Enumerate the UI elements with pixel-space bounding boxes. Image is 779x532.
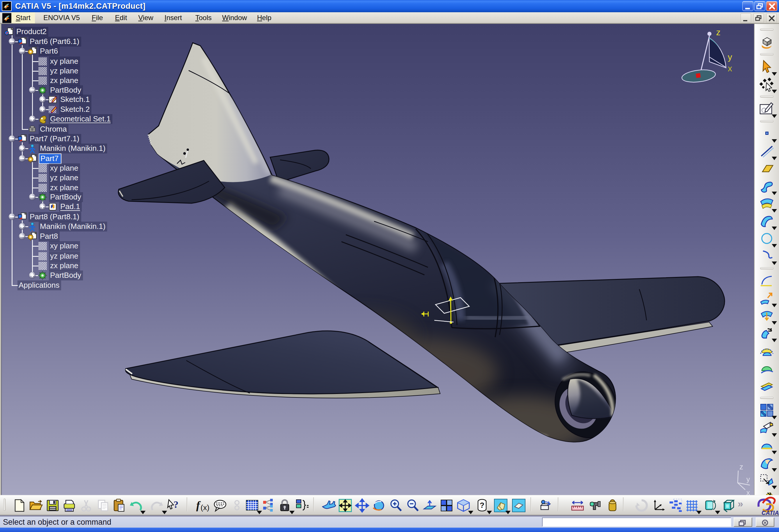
tree-minus-knob[interactable] <box>29 194 36 200</box>
plane-tool-icon[interactable] <box>758 160 776 177</box>
tree-item-part7[interactable]: Part7 <box>28 154 61 164</box>
menu-help[interactable]: Help <box>253 12 276 23</box>
point-icon[interactable] <box>758 125 776 142</box>
tree-item-yz-plane[interactable]: yz plane <box>38 173 80 183</box>
paste-icon[interactable] <box>112 498 127 513</box>
tree-item-manikin-manikin-1-[interactable]: Manikin (Manikin.1) <box>28 143 107 154</box>
tree-item-partbody[interactable]: PartBody <box>38 271 83 280</box>
flyout-arrow-icon[interactable] <box>772 114 777 118</box>
measure-ruler-icon[interactable] <box>570 498 585 513</box>
tree-minus-knob[interactable] <box>9 38 15 45</box>
status-doc-button[interactable] <box>734 518 752 527</box>
flyout-arrow-icon[interactable] <box>772 486 777 489</box>
tree-item-xy-plane[interactable]: xy plane <box>38 57 80 66</box>
work-grid-icon[interactable] <box>684 498 699 513</box>
menu-view[interactable]: View <box>134 12 158 23</box>
cut-icon[interactable] <box>78 498 94 513</box>
tree-item-partbody[interactable]: PartBody <box>38 85 83 95</box>
flyout-arrow-icon[interactable] <box>772 433 777 437</box>
apply-material-icon[interactable] <box>758 402 776 419</box>
tree-plus-knob[interactable] <box>29 116 36 122</box>
tree-item-manikin-manikin-1-[interactable]: Manikin (Manikin.1) <box>28 222 107 232</box>
tree-plus-knob[interactable] <box>29 272 36 278</box>
line-icon[interactable] <box>758 143 776 160</box>
menu-insert[interactable]: Insert <box>160 12 186 23</box>
multi-view-icon[interactable] <box>439 498 454 513</box>
tree-item-yz-plane[interactable]: yz plane <box>38 66 80 76</box>
print-icon[interactable] <box>62 498 77 513</box>
circle-tool-icon[interactable] <box>758 230 776 247</box>
mass-inertia-icon[interactable] <box>605 498 620 513</box>
boundary-icon[interactable] <box>758 360 776 376</box>
corner-curve-icon[interactable] <box>758 272 776 289</box>
flyout-arrow-icon[interactable] <box>772 90 777 93</box>
copy-icon[interactable] <box>96 498 111 513</box>
tree-item-yz-plane[interactable]: yz plane <box>38 251 80 261</box>
tree-item-chroma[interactable]: Chroma <box>28 124 68 134</box>
tree-item-part7-part7-1-[interactable]: Part7 (Part7.1) <box>17 134 81 144</box>
flyout-arrow-icon[interactable] <box>772 261 777 265</box>
minimize-button[interactable] <box>742 1 754 11</box>
rotate-icon[interactable] <box>371 498 386 513</box>
tree-item-zx-plane[interactable]: zx plane <box>38 183 80 193</box>
flyout-arrow-icon[interactable] <box>772 157 777 160</box>
tree-minus-knob[interactable] <box>9 135 15 142</box>
flyout-arrow-icon[interactable] <box>772 339 777 342</box>
tree-plus-knob[interactable] <box>19 145 25 152</box>
transform-plane-icon[interactable] <box>758 472 776 489</box>
3d-viewport[interactable]: z y x z y x Product2Part6 (Part6.1)Part6… <box>0 24 754 495</box>
tree-minus-knob[interactable] <box>19 155 25 162</box>
swap-visible-icon[interactable] <box>703 498 718 513</box>
tree-item-partbody[interactable]: PartBody <box>38 192 83 202</box>
more-toolbars-chevrons[interactable]: » <box>738 498 753 513</box>
tree-minus-knob[interactable] <box>19 233 25 239</box>
tree-item-product2[interactable]: Product2 <box>4 27 48 37</box>
menu-window[interactable]: Window <box>218 12 251 23</box>
tree-item-xy-plane[interactable]: xy plane <box>38 163 80 173</box>
flyout-arrow-icon[interactable] <box>505 511 511 514</box>
knife-trim-icon[interactable] <box>758 419 776 436</box>
split-trim-icon[interactable] <box>758 377 776 394</box>
isometric-view-icon[interactable] <box>758 34 776 50</box>
sweep-surface-icon[interactable] <box>758 213 776 229</box>
toolbar-handle[interactable] <box>760 397 773 399</box>
toolbar-handle[interactable] <box>3 498 6 511</box>
mdi-close-button[interactable] <box>766 13 777 23</box>
pan-icon[interactable] <box>355 498 370 513</box>
tree-plus-knob[interactable] <box>39 203 46 210</box>
menu-tools[interactable]: Tools <box>191 12 216 23</box>
constraint-gray-icon[interactable] <box>229 498 245 513</box>
flyout-arrow-icon[interactable] <box>696 511 702 514</box>
restore-button[interactable] <box>754 1 765 11</box>
tree-plus-knob[interactable] <box>39 106 46 112</box>
look-at-icon[interactable]: ? <box>475 498 490 513</box>
update-swirl-icon[interactable] <box>634 498 649 513</box>
flyout-arrow-icon[interactable] <box>772 416 777 419</box>
flyout-arrow-icon[interactable] <box>772 451 777 454</box>
fit-all-icon[interactable] <box>338 498 353 513</box>
tree-item-geometrical-set-1[interactable]: Geometrical Set.1 <box>38 114 112 124</box>
toolbar-handle[interactable] <box>760 96 773 98</box>
sketcher-icon[interactable] <box>758 101 776 117</box>
open-folder-icon[interactable] <box>28 498 43 513</box>
toolbar-handle[interactable] <box>760 120 773 122</box>
hide-show-icon[interactable] <box>511 498 526 513</box>
tree-item-sketch-1[interactable]: Sketch.1 <box>48 95 92 105</box>
catalog-icon[interactable] <box>668 498 683 513</box>
tree-item-pad-1[interactable]: Pad.1 <box>48 202 82 212</box>
shaded-view-icon[interactable] <box>493 498 508 513</box>
zoom-in-icon[interactable] <box>388 498 404 513</box>
select-arrow-icon[interactable] <box>758 58 776 75</box>
redo-icon[interactable] <box>149 498 165 513</box>
close-button[interactable] <box>766 1 777 11</box>
zoom-out-icon[interactable] <box>405 498 420 513</box>
flyout-arrow-icon[interactable] <box>140 511 145 514</box>
symmetry-surface-icon[interactable] <box>758 307 776 324</box>
flyout-arrow-icon[interactable] <box>772 209 777 213</box>
blend-corner-icon[interactable] <box>758 454 776 471</box>
mdi-minimize-button[interactable] <box>740 13 751 23</box>
flyout-arrow-icon[interactable] <box>772 304 777 307</box>
toolbar-handle[interactable] <box>760 53 773 55</box>
extrapolate-icon[interactable] <box>758 290 776 307</box>
mdi-restore-button[interactable] <box>754 13 764 23</box>
